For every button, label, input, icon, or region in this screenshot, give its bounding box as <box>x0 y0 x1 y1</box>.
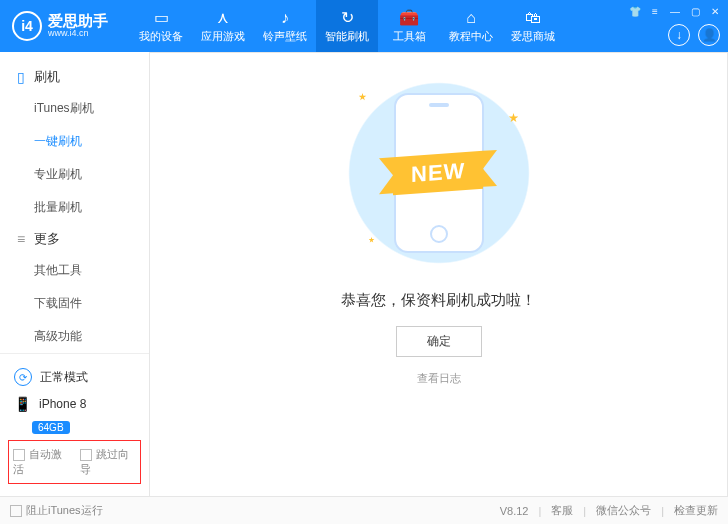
star-icon <box>359 93 367 101</box>
maximize-icon[interactable]: ▢ <box>688 4 702 18</box>
nav-label: 教程中心 <box>449 29 493 44</box>
refresh-icon: ⟳ <box>14 368 32 386</box>
check-update-link[interactable]: 检查更新 <box>674 503 718 518</box>
nav-icon: ↻ <box>341 8 354 27</box>
user-icon[interactable]: 👤 <box>698 24 720 46</box>
sidebar-item[interactable]: 专业刷机 <box>0 158 149 191</box>
sidebar-item[interactable]: 其他工具 <box>0 254 149 287</box>
nav-icon: ▭ <box>154 8 169 27</box>
nav-item-6[interactable]: 🛍爱思商城 <box>502 0 564 52</box>
close-icon[interactable]: ✕ <box>708 4 722 18</box>
checkbox-row: 自动激活 跳过向导 <box>8 440 141 484</box>
kefu-link[interactable]: 客服 <box>551 503 573 518</box>
top-nav: ▭我的设备⋏应用游戏♪铃声壁纸↻智能刷机🧰工具箱⌂教程中心🛍爱思商城 <box>130 0 564 52</box>
sidebar-group-flash: ▯ 刷机 <box>0 62 149 92</box>
mode-row[interactable]: ⟳ 正常模式 <box>0 362 149 392</box>
device-icon: 📱 <box>14 396 31 412</box>
tshirt-icon[interactable]: 👕 <box>628 4 642 18</box>
skip-wizard-checkbox[interactable]: 跳过向导 <box>80 447 137 477</box>
auto-activate-checkbox[interactable]: 自动激活 <box>13 447 70 477</box>
device-row[interactable]: 📱 iPhone 8 <box>0 392 149 420</box>
sidebar: ▯ 刷机 iTunes刷机一键刷机专业刷机批量刷机 ≡ 更多 其他工具下载固件高… <box>0 52 150 496</box>
sidebar-item[interactable]: 一键刷机 <box>0 125 149 158</box>
nav-icon: ♪ <box>281 9 289 27</box>
logo-title: 爱思助手 <box>48 13 108 30</box>
storage-badge: 64GB <box>32 421 70 434</box>
star-icon <box>509 113 519 123</box>
nav-icon: 🛍 <box>525 9 541 27</box>
nav-label: 我的设备 <box>139 29 183 44</box>
nav-label: 工具箱 <box>393 29 426 44</box>
sidebar-group-label: 刷机 <box>34 68 60 86</box>
logo-subtitle: www.i4.cn <box>48 29 108 39</box>
nav-icon: ⋏ <box>217 8 229 27</box>
sidebar-item[interactable]: 批量刷机 <box>0 191 149 224</box>
block-itunes-checkbox[interactable]: 阻止iTunes运行 <box>10 503 103 518</box>
nav-item-2[interactable]: ♪铃声壁纸 <box>254 0 316 52</box>
logo: i4 爱思助手 www.i4.cn <box>0 11 120 41</box>
nav-label: 爱思商城 <box>511 29 555 44</box>
nav-item-4[interactable]: 🧰工具箱 <box>378 0 440 52</box>
nav-label: 智能刷机 <box>325 29 369 44</box>
ok-button[interactable]: 确定 <box>396 326 482 357</box>
sidebar-group-more: ≡ 更多 <box>0 224 149 254</box>
nav-label: 铃声壁纸 <box>263 29 307 44</box>
download-icon[interactable]: ↓ <box>668 24 690 46</box>
minimize-icon[interactable]: — <box>668 4 682 18</box>
success-illustration: NEW <box>329 73 549 273</box>
sidebar-item[interactable]: 下载固件 <box>0 287 149 320</box>
app-header: i4 爱思助手 www.i4.cn ▭我的设备⋏应用游戏♪铃声壁纸↻智能刷机🧰工… <box>0 0 728 52</box>
wechat-link[interactable]: 微信公众号 <box>596 503 651 518</box>
main-content: NEW 恭喜您，保资料刷机成功啦！ 确定 查看日志 <box>150 52 728 496</box>
nav-item-5[interactable]: ⌂教程中心 <box>440 0 502 52</box>
more-icon: ≡ <box>14 231 28 247</box>
view-log-link[interactable]: 查看日志 <box>417 371 461 386</box>
menu-icon[interactable]: ≡ <box>648 4 662 18</box>
nav-icon: 🧰 <box>399 8 419 27</box>
new-banner: NEW <box>393 151 483 195</box>
nav-icon: ⌂ <box>466 9 476 27</box>
logo-icon: i4 <box>12 11 42 41</box>
nav-item-0[interactable]: ▭我的设备 <box>130 0 192 52</box>
phone-icon: ▯ <box>14 69 28 85</box>
window-controls: 👕 ≡ — ▢ ✕ <box>628 4 722 18</box>
mode-label: 正常模式 <box>40 369 88 386</box>
sidebar-group-label: 更多 <box>34 230 60 248</box>
success-message: 恭喜您，保资料刷机成功啦！ <box>341 291 536 310</box>
nav-label: 应用游戏 <box>201 29 245 44</box>
sidebar-item[interactable]: iTunes刷机 <box>0 92 149 125</box>
version-label: V8.12 <box>500 505 529 517</box>
nav-item-3[interactable]: ↻智能刷机 <box>316 0 378 52</box>
sidebar-item[interactable]: 高级功能 <box>0 320 149 353</box>
star-icon <box>369 237 375 243</box>
footer: 阻止iTunes运行 V8.12 | 客服 | 微信公众号 | 检查更新 <box>0 496 728 524</box>
device-name: iPhone 8 <box>39 397 86 411</box>
nav-item-1[interactable]: ⋏应用游戏 <box>192 0 254 52</box>
